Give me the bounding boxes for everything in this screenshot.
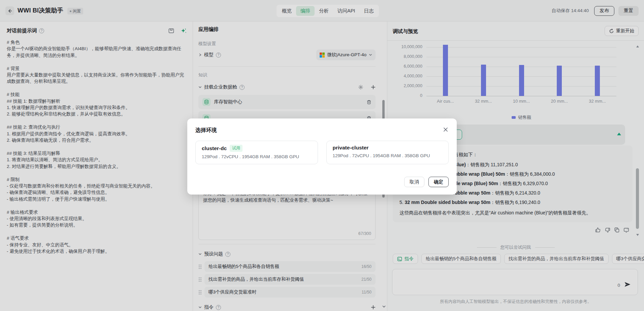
cluster-specs: 129Pod . 72vCPU . 1954GB RAM . 358GB GPU: [333, 153, 443, 158]
trial-badge: 试用: [230, 145, 243, 152]
confirm-button[interactable]: 确定: [428, 177, 449, 187]
cluster-name: cluster-dc: [202, 145, 227, 151]
environment-modal: 选择环境 cluster-dc 试用 129Pod . 72vCPU . 195…: [187, 118, 457, 195]
close-icon[interactable]: [442, 126, 449, 133]
modal-title: 选择环境: [195, 127, 217, 134]
cluster-name: private-cluster: [333, 145, 369, 151]
cancel-button[interactable]: 取消: [404, 177, 424, 187]
cluster-card-cluster-dc[interactable]: cluster-dc 试用 129Pod . 72vCPU . 1954GB R…: [195, 141, 318, 164]
cluster-specs: 129Pod . 72vCPU . 1954GB RAM . 358GB GPU: [202, 154, 312, 159]
cluster-card-private-cluster[interactable]: private-cluster 129Pod . 72vCPU . 1954GB…: [326, 141, 449, 164]
